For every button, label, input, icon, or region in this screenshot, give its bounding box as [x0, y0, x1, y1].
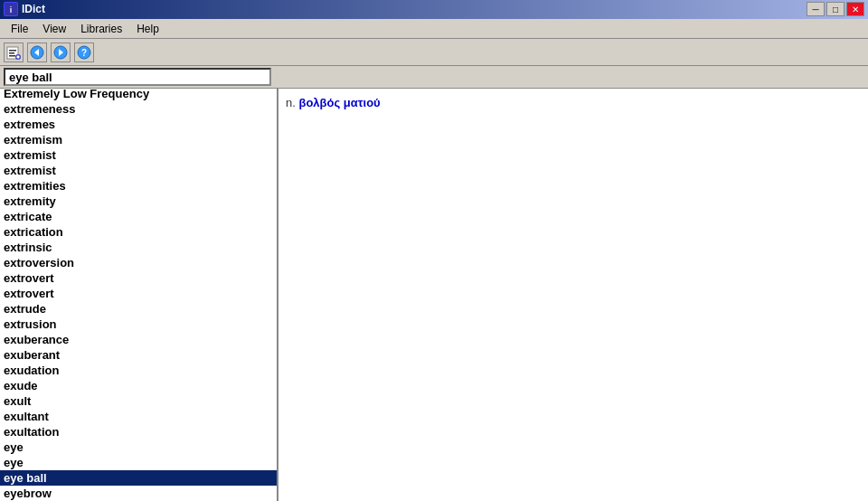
definition-greek: βολβός ματιού	[298, 96, 380, 109]
word-item[interactable]: extrovert	[0, 270, 277, 286]
forward-button[interactable]	[51, 43, 71, 62]
word-item[interactable]: extrovert	[0, 286, 277, 301]
search-bar	[0, 66, 868, 89]
title-bar: i IDict ─ □ ✕	[0, 0, 868, 19]
word-item[interactable]: extrinsic	[0, 240, 277, 255]
word-item[interactable]: extremeness	[0, 101, 277, 117]
word-item[interactable]: Extremely Low Frequency	[0, 89, 277, 101]
svg-rect-4	[9, 52, 14, 54]
word-item[interactable]: extremes	[0, 117, 277, 132]
menu-file[interactable]: File	[4, 21, 35, 37]
word-item[interactable]: eyebrow	[0, 486, 277, 501]
definition-text: n. βολβός ματιού	[286, 96, 861, 109]
window-controls: ─ □ ✕	[807, 2, 864, 16]
maximize-button[interactable]: □	[826, 2, 844, 16]
main-content: extremeextremelyextremely high frequency…	[0, 89, 868, 501]
word-item[interactable]: extremist	[0, 163, 277, 178]
word-item[interactable]: extrication	[0, 224, 277, 240]
word-item[interactable]: eye	[0, 440, 277, 455]
word-item[interactable]: exult	[0, 393, 277, 409]
word-item[interactable]: exultant	[0, 409, 277, 424]
word-item[interactable]: extremism	[0, 132, 277, 147]
svg-rect-5	[9, 55, 15, 57]
definition-panel: n. βολβός ματιού	[278, 89, 868, 501]
word-item[interactable]: exude	[0, 378, 277, 393]
word-item[interactable]: extricate	[0, 209, 277, 224]
word-item[interactable]: exuberant	[0, 347, 277, 363]
search-input[interactable]	[4, 68, 271, 86]
svg-text:?: ?	[81, 48, 87, 58]
menu-view[interactable]: View	[35, 21, 73, 37]
word-item[interactable]: exuberance	[0, 332, 277, 347]
app-title: IDict	[22, 3, 45, 15]
minimize-button[interactable]: ─	[807, 2, 825, 16]
app-icon: i	[4, 2, 18, 16]
add-button[interactable]	[4, 43, 24, 62]
menu-libraries[interactable]: Libraries	[73, 21, 129, 37]
back-button[interactable]	[27, 43, 47, 62]
svg-rect-3	[9, 50, 16, 52]
word-item[interactable]: extremities	[0, 178, 277, 194]
title-bar-left: i IDict	[4, 2, 45, 16]
help-button[interactable]: ?	[74, 43, 94, 62]
word-list[interactable]: extremeextremelyextremely high frequency…	[0, 89, 277, 501]
svg-rect-8	[17, 56, 20, 58]
menu-help[interactable]: Help	[129, 21, 166, 37]
word-item[interactable]: extroversion	[0, 255, 277, 270]
svg-text:i: i	[10, 5, 13, 14]
word-list-container: extremeextremelyextremely high frequency…	[0, 89, 278, 501]
close-button[interactable]: ✕	[846, 2, 864, 16]
word-item[interactable]: extremity	[0, 194, 277, 209]
menu-bar: File View Libraries Help	[0, 19, 868, 39]
toolbar: ?	[0, 39, 868, 66]
word-item[interactable]: exudation	[0, 363, 277, 378]
word-item[interactable]: eye ball	[0, 470, 277, 486]
word-item[interactable]: extrude	[0, 301, 277, 317]
word-item[interactable]: exultation	[0, 424, 277, 440]
word-item[interactable]: extrusion	[0, 317, 277, 332]
word-item[interactable]: eye	[0, 455, 277, 470]
word-item[interactable]: extremist	[0, 147, 277, 163]
